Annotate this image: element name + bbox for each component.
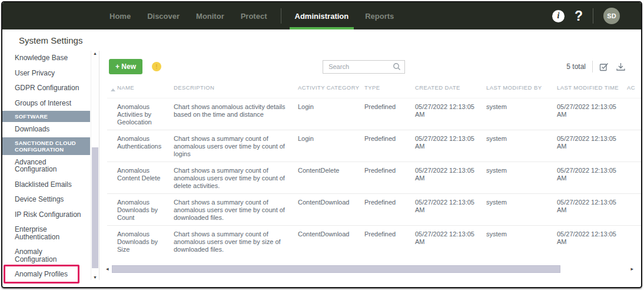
nav-discover[interactable]: Discover xyxy=(139,2,188,29)
scroll-up-icon[interactable]: ▲ xyxy=(91,51,99,55)
cell-name: Anomalous Content Delete xyxy=(117,162,174,193)
sidebar-item-enterprise-authentication[interactable]: Enterprise Authentication xyxy=(2,222,88,245)
cell-created-date: 05/27/2022 12:13:05 AM xyxy=(415,194,486,225)
cell-name: Anomalous Authentications xyxy=(117,130,174,162)
column-header-type[interactable]: TYPE xyxy=(364,81,415,98)
toolbar-divider xyxy=(592,61,593,72)
cell-last-modified-time: 05/27/2022 12:13:05 AM xyxy=(557,130,627,162)
sidebar-section-software: SOFTWARE xyxy=(2,111,90,122)
cell-activity-category: Login xyxy=(298,130,364,162)
sidebar-scrollbar[interactable]: ▲ ▼ xyxy=(91,51,99,280)
scroll-right-icon[interactable]: ▸ xyxy=(630,266,633,272)
sidebar-list: Knowledge Base User Privacy GDPR Configu… xyxy=(2,51,101,282)
cell-description: Chart shows a summary count of anomalous… xyxy=(174,130,298,162)
total-count: 5 total xyxy=(566,62,586,71)
sidebar-item-gdpr-configuration[interactable]: GDPR Configuration xyxy=(2,81,88,96)
cell-created-date: 05/27/2022 12:13:05 AM xyxy=(415,98,486,130)
sidebar-item-anomaly-configuration[interactable]: Anomaly Configuration xyxy=(2,245,88,267)
nav-divider xyxy=(281,8,281,24)
sidebar-item-ip-risk-configuration[interactable]: IP Risk Configuration xyxy=(2,207,88,223)
nav-protect[interactable]: Protect xyxy=(233,2,275,29)
table-row[interactable]: Anomalous Activities by Geolocation Char… xyxy=(107,98,641,130)
help-icon[interactable]: ? xyxy=(575,9,583,23)
nav-administration[interactable]: Administration xyxy=(287,2,357,29)
cell-type: Predefined xyxy=(364,226,415,257)
column-header-last-modified-time[interactable]: LAST MODIFIED TIME xyxy=(557,81,627,98)
cell-description: Chart shows a summary count of anomalous… xyxy=(174,194,298,225)
sidebar-item-downloads[interactable]: Downloads xyxy=(2,122,88,137)
cell-type: Predefined xyxy=(364,162,415,193)
column-select-icon[interactable] xyxy=(599,62,609,72)
table-row[interactable]: Anomalous Downloads by Size Chart shows … xyxy=(107,225,641,257)
column-header-activity-category[interactable]: ACTIVITY CATEGORY xyxy=(298,81,364,98)
toolbar: + New ! 5 total xyxy=(109,60,626,74)
nav-monitor[interactable]: Monitor xyxy=(188,2,233,29)
search-icon[interactable] xyxy=(393,62,401,73)
alert-icon[interactable]: ! xyxy=(152,62,161,71)
sidebar-item-knowledge-base[interactable]: Knowledge Base xyxy=(2,51,88,66)
cell-type: Predefined xyxy=(364,130,415,162)
cell-name: Anomalous Downloads by Count xyxy=(117,194,174,225)
sidebar-section-sanctioned-cloud: SANCTIONED CLOUD CONFIGURATION xyxy=(2,137,90,155)
column-header-description[interactable]: DESCRIPTION xyxy=(174,81,298,98)
navbar-divider xyxy=(593,8,593,24)
cell-created-date: 05/27/2022 12:13:05 AM xyxy=(415,130,486,162)
table-row[interactable]: Anomalous Content Delete Chart shows a s… xyxy=(107,162,641,193)
table-row[interactable]: Anomalous Authentications Chart shows a … xyxy=(107,130,641,162)
cell-last-modified-by: system xyxy=(486,226,557,257)
sidebar-item-user-privacy[interactable]: User Privacy xyxy=(2,66,88,81)
top-navbar: Home Discover Monitor Protect Administra… xyxy=(2,2,641,29)
cell-activity-category: Login xyxy=(298,98,364,130)
column-header-name[interactable]: NAME xyxy=(117,81,174,98)
nav-reports[interactable]: Reports xyxy=(357,2,402,29)
main-content: + New ! 5 total xyxy=(101,29,641,288)
horizontal-scrollbar-track[interactable] xyxy=(112,265,628,273)
new-button[interactable]: + New xyxy=(109,59,142,74)
cell-created-date: 05/27/2022 12:13:05 AM xyxy=(415,162,486,193)
cell-activity-category: ContentDownload xyxy=(298,194,364,225)
cell-name: Anomalous Downloads by Size xyxy=(117,226,174,257)
cell-last-modified-by: system xyxy=(486,130,557,162)
anomaly-profiles-table: NAME DESCRIPTION ACTIVITY CATEGORY TYPE … xyxy=(107,81,641,257)
sidebar-item-advanced-configuration[interactable]: Advanced Configuration xyxy=(2,155,88,177)
table-row[interactable]: Anomalous Downloads by Count Chart shows… xyxy=(107,193,641,225)
sidebar-item-device-settings[interactable]: Device Settings xyxy=(2,192,88,207)
cell-last-modified-time: 05/27/2022 12:13:05 AM xyxy=(557,162,627,193)
cell-last-modified-by: system xyxy=(486,162,557,193)
scroll-down-icon[interactable]: ▼ xyxy=(91,275,99,279)
column-header-created-date[interactable]: CREATED DATE xyxy=(415,81,486,98)
cell-created-date: 05/27/2022 12:13:05 AM xyxy=(415,226,486,257)
download-icon[interactable] xyxy=(616,62,626,72)
cell-last-modified-time: 05/27/2022 12:13:05 AM xyxy=(557,98,627,130)
sidebar-title: System Settings xyxy=(19,35,101,45)
cell-last-modified-by: system xyxy=(486,194,557,225)
navbar-right-group: i ? SD xyxy=(552,2,641,29)
sidebar-item-blacklisted-emails[interactable]: Blacklisted Emails xyxy=(2,177,88,193)
info-icon[interactable]: i xyxy=(552,10,565,22)
cell-activity-category: ContentDownload xyxy=(298,226,364,257)
cell-description: Chart shows a summary count of anomalous… xyxy=(174,226,298,257)
cell-description: Chart shows anomalous activity details b… xyxy=(174,98,298,130)
cell-description: Chart shows a summary count of anomalous… xyxy=(174,162,298,193)
cell-type: Predefined xyxy=(364,98,415,130)
sidebar: System Settings Knowledge Base User Priv… xyxy=(2,29,101,288)
horizontal-scrollbar[interactable]: ◂ ▸ xyxy=(106,265,633,273)
search-box xyxy=(323,60,405,74)
sidebar-item-groups-of-interest[interactable]: Groups of Interest xyxy=(2,96,88,111)
column-header-actions[interactable]: AC xyxy=(627,81,641,98)
cell-last-modified-time: 05/27/2022 12:13:05 AM xyxy=(557,226,627,257)
horizontal-scrollbar-thumb[interactable] xyxy=(112,265,561,273)
sidebar-scrollbar-thumb[interactable] xyxy=(92,147,98,268)
user-avatar[interactable]: SD xyxy=(603,8,620,24)
cell-activity-category: ContentDelete xyxy=(298,162,364,193)
cell-last-modified-time: 05/27/2022 12:13:05 AM xyxy=(557,194,627,225)
sidebar-item-anomaly-profiles[interactable]: Anomaly Profiles xyxy=(2,267,88,282)
scroll-left-icon[interactable]: ◂ xyxy=(106,266,109,272)
cell-name: Anomalous Activities by Geolocation xyxy=(117,98,174,130)
column-header-last-modified-by[interactable]: LAST MODIFIED BY xyxy=(486,81,557,98)
nav-home[interactable]: Home xyxy=(101,2,139,29)
cell-last-modified-by: system xyxy=(486,98,557,130)
sort-icon[interactable] xyxy=(111,88,115,91)
toolbar-right-group: 5 total xyxy=(566,61,626,72)
app-window: Home Discover Monitor Protect Administra… xyxy=(1,1,642,288)
